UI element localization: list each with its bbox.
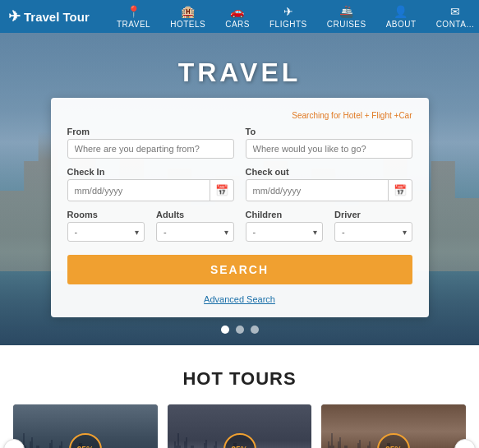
from-input[interactable] xyxy=(67,139,234,159)
children-select[interactable]: -012 xyxy=(246,223,323,241)
cars-nav-label: CARS xyxy=(225,20,250,29)
contact-nav-label: CONTA... xyxy=(436,20,475,29)
nav-item-flights[interactable]: ✈FLIGHTS xyxy=(260,0,317,33)
tour-card-losangeles[interactable]: 35% Los Angeles xyxy=(321,404,466,448)
checkout-label: Check out xyxy=(246,167,412,177)
dates-row: Check In 📅 Check out 📅 xyxy=(67,167,412,201)
driver-select-wrap: -YesNo ▾ xyxy=(334,222,412,242)
search-hint: Searching for Hotel + Flight +Car xyxy=(67,111,412,120)
site-logo[interactable]: ✈ Travel Tour xyxy=(8,7,107,25)
hero-dot-2[interactable] xyxy=(236,326,244,334)
flights-nav-icon: ✈ xyxy=(283,5,294,18)
rooms-select[interactable]: -123 xyxy=(68,223,145,241)
adults-select-wrap: -123 ▾ xyxy=(156,222,234,242)
advanced-search-link[interactable]: Advanced Search xyxy=(204,294,275,304)
cruises-nav-icon: 🚢 xyxy=(339,5,354,18)
adults-label: Adults xyxy=(156,210,234,219)
driver-label: Driver xyxy=(334,210,412,219)
travel-nav-icon: 📍 xyxy=(127,5,141,18)
driver-group: Driver -YesNo ▾ xyxy=(334,210,412,242)
from-label: From xyxy=(67,127,234,136)
to-input[interactable] xyxy=(246,139,412,159)
tour-card-barcelona[interactable]: 35% Barcelona xyxy=(13,404,158,448)
hot-tours-title: HOT TOURS xyxy=(13,368,466,390)
checkin-group: Check In 📅 xyxy=(67,167,234,201)
checkin-label: Check In xyxy=(67,167,234,177)
adults-group: Adults -123 ▾ xyxy=(156,210,234,242)
hero-title: TRAVEL xyxy=(178,58,302,88)
hero-dot-1[interactable] xyxy=(221,326,229,334)
children-label: Children xyxy=(246,210,324,219)
checkout-group: Check out 📅 xyxy=(246,167,412,201)
nav-item-about[interactable]: 👤ABOUT xyxy=(376,0,426,33)
adults-select[interactable]: -123 xyxy=(157,223,233,241)
nav-item-cars[interactable]: 🚗CARS xyxy=(215,0,260,33)
to-group: To xyxy=(246,127,412,159)
travel-nav-label: TRAVEL xyxy=(117,20,150,29)
children-group: Children -012 ▾ xyxy=(246,210,324,242)
about-nav-label: ABOUT xyxy=(386,20,417,29)
logo-icon: ✈ xyxy=(8,7,21,25)
tours-wrapper: ‹ 35% Barcelona 35% New York 35% Los Ang… xyxy=(13,404,466,448)
tour-card-newyork[interactable]: 35% New York xyxy=(168,404,312,448)
driver-select[interactable]: -YesNo xyxy=(335,223,412,241)
checkout-input[interactable] xyxy=(246,182,388,200)
hotels-nav-label: HOTELS xyxy=(170,20,205,29)
to-label: To xyxy=(246,127,412,136)
advanced-search-link-wrapper: Advanced Search xyxy=(67,291,412,306)
hotels-nav-icon: 🏨 xyxy=(181,5,196,18)
logo-text: Travel Tour xyxy=(24,10,90,24)
hero-section: TRAVEL Searching for Hotel + Flight +Car… xyxy=(0,33,479,345)
extras-row: Rooms -123 ▾ Adults -123 ▾ Child xyxy=(67,210,412,242)
navbar: ✈ Travel Tour 📍TRAVEL🏨HOTELS🚗CARS✈FLIGHT… xyxy=(0,0,479,33)
children-select-wrap: -012 ▾ xyxy=(246,222,324,242)
rooms-select-wrap: -123 ▾ xyxy=(67,222,145,242)
checkin-calendar-icon[interactable]: 📅 xyxy=(210,180,233,201)
about-nav-icon: 👤 xyxy=(394,5,408,18)
nav-item-hotels[interactable]: 🏨HOTELS xyxy=(160,0,215,33)
nav-item-travel[interactable]: 📍TRAVEL xyxy=(107,0,160,33)
cars-nav-icon: 🚗 xyxy=(230,5,245,18)
contact-nav-icon: ✉ xyxy=(450,5,461,18)
hero-dot-3[interactable] xyxy=(251,326,259,334)
rooms-group: Rooms -123 ▾ xyxy=(67,210,145,242)
checkin-date-wrapper: 📅 xyxy=(67,179,234,201)
from-to-row: From To xyxy=(67,127,412,159)
checkout-calendar-icon[interactable]: 📅 xyxy=(388,180,412,201)
nav-item-contact[interactable]: ✉CONTA... xyxy=(426,0,479,33)
flights-nav-label: FLIGHTS xyxy=(269,20,307,29)
hot-tours-section: HOT TOURS ‹ 35% Barcelona 35% New York 3… xyxy=(0,345,479,448)
hero-dots xyxy=(221,326,259,334)
search-form: Searching for Hotel + Flight +Car From T… xyxy=(51,98,429,317)
nav-item-cruises[interactable]: 🚢CRUISES xyxy=(317,0,376,33)
tours-grid: 35% Barcelona 35% New York 35% Los Angel… xyxy=(13,404,466,448)
rooms-label: Rooms xyxy=(67,210,145,219)
search-button[interactable]: SEARCH xyxy=(67,255,412,284)
cruises-nav-label: CRUISES xyxy=(327,20,366,29)
nav-links: 📍TRAVEL🏨HOTELS🚗CARS✈FLIGHTS🚢CRUISES👤ABOU… xyxy=(107,0,479,33)
checkout-date-wrapper: 📅 xyxy=(246,179,412,201)
checkin-input[interactable] xyxy=(68,182,210,200)
from-group: From xyxy=(67,127,234,159)
